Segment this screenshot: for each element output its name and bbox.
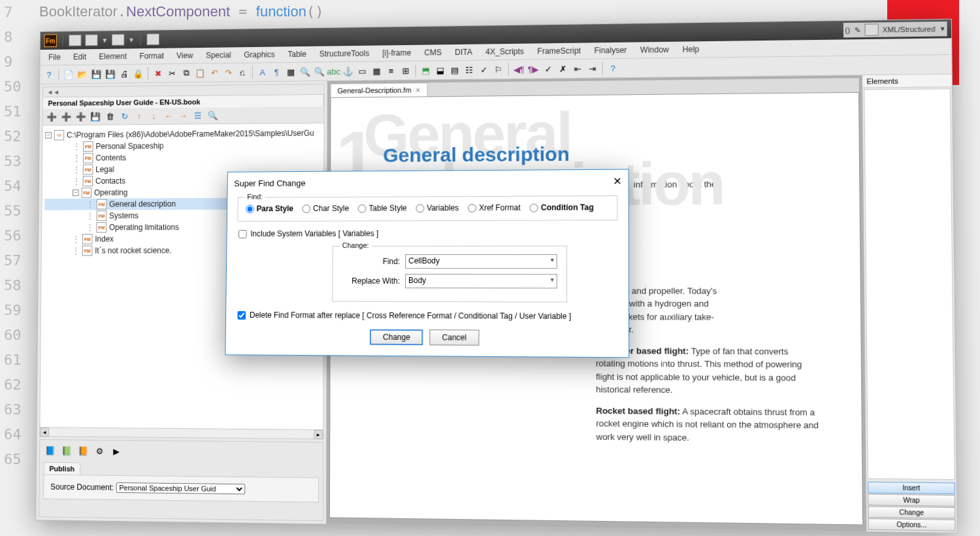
book-right-icon[interactable]: →	[177, 109, 190, 122]
book-up-icon[interactable]: ↑	[133, 110, 146, 123]
help2-icon[interactable]: ?	[606, 61, 620, 75]
menu-structuretools[interactable]: StructureTools	[314, 47, 375, 61]
book-search-icon[interactable]: 🔍	[206, 109, 220, 122]
chevron-down-icon[interactable]: ▼	[939, 25, 946, 32]
print-icon[interactable]: 🖨	[118, 67, 131, 80]
scroll-right-icon[interactable]: ►	[314, 430, 323, 439]
find-change-icon[interactable]: 🔍	[313, 65, 326, 78]
element-catalog-icon[interactable]: ▤	[448, 63, 461, 76]
workspace-layout-icon[interactable]	[69, 35, 81, 46]
attributes-icon[interactable]: ✓	[477, 63, 490, 76]
help-icon[interactable]: ?	[42, 68, 55, 81]
menu-view[interactable]: View	[171, 49, 199, 62]
track-reject-all-icon[interactable]: ⇥	[585, 61, 599, 75]
elements-options-button[interactable]: Options...	[868, 518, 956, 531]
panel-collapse-icon[interactable]: ◄◄	[44, 87, 62, 97]
ruler-icon[interactable]: ≡	[384, 64, 397, 77]
publish-action2-icon[interactable]: 📗	[60, 444, 73, 457]
menu-edit[interactable]: Edit	[67, 50, 92, 63]
track-next-icon[interactable]: ¶▶	[527, 62, 540, 75]
add-folder-icon[interactable]: ➕	[60, 110, 73, 124]
menu-table[interactable]: Table	[282, 48, 312, 61]
cancel-button[interactable]: Cancel	[430, 329, 480, 346]
add-group-icon[interactable]: ➕	[74, 110, 88, 124]
history-icon[interactable]: ⎌	[236, 66, 249, 79]
radio-input[interactable]	[416, 204, 424, 212]
publish-action5-icon[interactable]: ▶	[110, 444, 123, 458]
elements-wrap-button[interactable]: Wrap	[868, 494, 955, 507]
menu-finalyser[interactable]: Finalyser	[588, 44, 632, 58]
radio-input[interactable]	[246, 205, 254, 213]
delete-icon[interactable]: ✖	[152, 67, 165, 80]
document-tab[interactable]: General-Description.fm ✕	[331, 82, 428, 97]
menu-4xscripts[interactable]: 4X_Scripts	[480, 45, 530, 59]
radio-table-style[interactable]: Table Style	[358, 203, 407, 212]
catalog-a-icon[interactable]: A	[256, 65, 269, 78]
menu-iframe[interactable]: [i]-frame	[376, 46, 417, 60]
catalog-para-icon[interactable]: ¶	[270, 65, 283, 78]
open-icon[interactable]: 📂	[76, 68, 89, 81]
radio-para-style[interactable]: Para Style	[246, 204, 293, 213]
book-scrollbar[interactable]: ◄ ►	[40, 427, 323, 439]
find-icon[interactable]: 🔍	[299, 65, 312, 78]
radio-char-style[interactable]: Char Style	[302, 204, 350, 213]
radio-input[interactable]	[530, 203, 538, 212]
paste-icon[interactable]: 📋	[193, 66, 206, 79]
catalog-table-icon[interactable]: ▦	[284, 65, 297, 78]
radio-input[interactable]	[358, 204, 367, 212]
new-doc-icon[interactable]: 📄	[62, 68, 74, 81]
borders-icon[interactable]: ▭	[355, 65, 368, 78]
menu-window[interactable]: Window	[634, 43, 676, 57]
save-all-icon[interactable]: 💾	[104, 67, 117, 80]
book-save-icon[interactable]: 💾	[89, 110, 102, 123]
add-file-icon[interactable]: ➕	[45, 110, 57, 124]
element-insert-icon[interactable]: ⬒	[419, 63, 433, 76]
workspace-layout2-icon[interactable]	[85, 35, 97, 46]
find-combo[interactable]: CellBody	[405, 254, 557, 269]
track-prev-icon[interactable]: ◀¶	[512, 63, 525, 76]
radio-xref-format[interactable]: Xref Format	[468, 203, 521, 212]
redo-icon[interactable]: ↷	[222, 66, 235, 79]
cut-icon[interactable]: ✂	[165, 67, 178, 80]
workspace-misc-icon[interactable]	[146, 33, 159, 45]
radio-input[interactable]	[468, 203, 476, 212]
include-sys-variables-checkbox[interactable]	[238, 229, 247, 238]
grid-icon[interactable]: ▦	[370, 64, 383, 77]
anchor-icon[interactable]: ⚓	[342, 65, 355, 78]
radio-input[interactable]	[302, 205, 311, 213]
titlebar-script-glyph[interactable]: ()	[845, 26, 850, 34]
track-reject-icon[interactable]: ✗	[556, 62, 569, 75]
expand-minus-icon[interactable]: −	[73, 190, 79, 196]
menu-dita[interactable]: DITA	[449, 46, 478, 59]
workspace-crop-icon[interactable]	[112, 34, 125, 46]
menu-graphics[interactable]: Graphics	[238, 48, 280, 61]
menu-file[interactable]: File	[42, 51, 66, 64]
track-accept-icon[interactable]: ✓	[542, 62, 555, 75]
delete-find-format-checkbox[interactable]	[237, 311, 246, 320]
dialog-close-icon[interactable]: ✕	[613, 175, 621, 188]
publish-action4-icon[interactable]: ⚙	[93, 444, 106, 458]
workspace-mode-dropdown[interactable]: XML/Structured	[883, 25, 936, 33]
spellcheck-icon[interactable]: abc	[327, 65, 340, 78]
elements-tab[interactable]: Elements	[862, 75, 952, 88]
radio-condition-tag[interactable]: Condition Tag	[530, 203, 594, 212]
close-icon[interactable]: ✕	[416, 86, 421, 93]
track-accept-all-icon[interactable]: ⇤	[571, 62, 585, 75]
book-down-icon[interactable]: ↓	[148, 110, 161, 123]
menu-special[interactable]: Special	[200, 48, 237, 61]
save-icon[interactable]: 💾	[90, 67, 103, 80]
titlebar-box-icon[interactable]	[864, 24, 878, 36]
undo-icon[interactable]: ↶	[208, 66, 221, 79]
expand-minus-icon[interactable]: −	[45, 132, 52, 139]
copy-icon[interactable]: ⧉	[180, 67, 193, 80]
scroll-left-icon[interactable]: ◄	[40, 427, 49, 437]
publish-action1-icon[interactable]: 📘	[44, 444, 57, 457]
validate-icon[interactable]: ⚐	[492, 63, 505, 76]
book-refresh-icon[interactable]: ↻	[118, 110, 131, 123]
replace-combo[interactable]: Body	[405, 274, 557, 288]
menu-help[interactable]: Help	[676, 42, 705, 56]
lock-icon[interactable]: 🔒	[132, 67, 145, 80]
structure-view-icon[interactable]: ☷	[463, 63, 476, 76]
publish-tab[interactable]: Publish	[44, 462, 80, 475]
menu-framescript[interactable]: FrameScript	[531, 44, 587, 58]
